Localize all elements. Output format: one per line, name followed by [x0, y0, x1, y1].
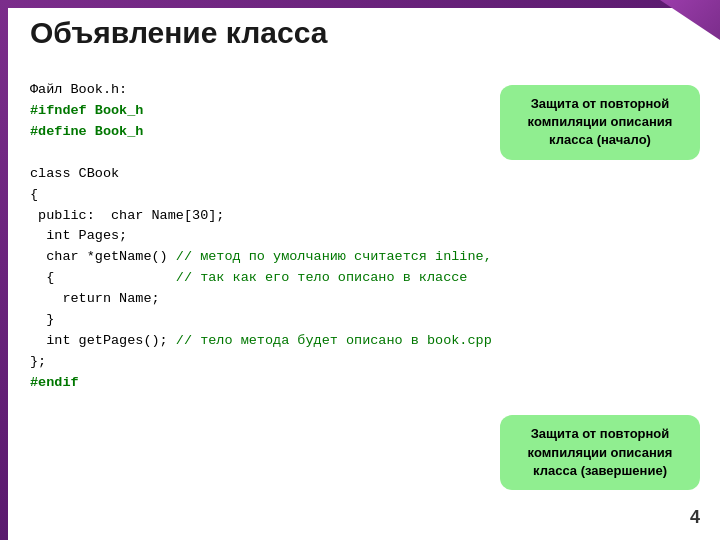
- slide: Объявление класса Файл Book.h: #ifndef B…: [0, 0, 720, 540]
- code-ifndef: #ifndef Book_h: [30, 103, 143, 118]
- top-accent-bar: [0, 0, 720, 8]
- code-public: public: char Name[30];: [30, 208, 224, 223]
- callout-bottom-text: Защита от повторной компиляции описания …: [528, 426, 673, 477]
- code-brace-open: {: [30, 187, 38, 202]
- callout-bottom: Защита от повторной компиляции описания …: [500, 415, 700, 490]
- code-brace2: { // так как его тело описано в классе: [30, 270, 467, 285]
- page-number: 4: [690, 507, 700, 528]
- code-area: Файл Book.h: #ifndef Book_h #define Book…: [30, 80, 492, 394]
- left-accent-bar: [0, 0, 8, 540]
- code-getpages: int getPages(); // тело метода будет опи…: [30, 333, 492, 348]
- file-label: Файл Book.h:: [30, 82, 127, 97]
- code-getname: char *getName() // метод по умолчанию сч…: [30, 249, 492, 264]
- callout-top: Защита от повторной компиляции описания …: [500, 85, 700, 160]
- code-return: return Name;: [30, 291, 160, 306]
- code-class: class CBook: [30, 166, 119, 181]
- code-endif: #endif: [30, 375, 79, 390]
- code-end-brace: };: [30, 354, 46, 369]
- callout-top-text: Защита от повторной компиляции описания …: [528, 96, 673, 147]
- code-int-pages: int Pages;: [30, 228, 127, 243]
- code-brace3: }: [30, 312, 54, 327]
- code-define: #define Book_h: [30, 124, 143, 139]
- slide-title: Объявление класса: [30, 16, 327, 50]
- corner-decoration: [660, 0, 720, 40]
